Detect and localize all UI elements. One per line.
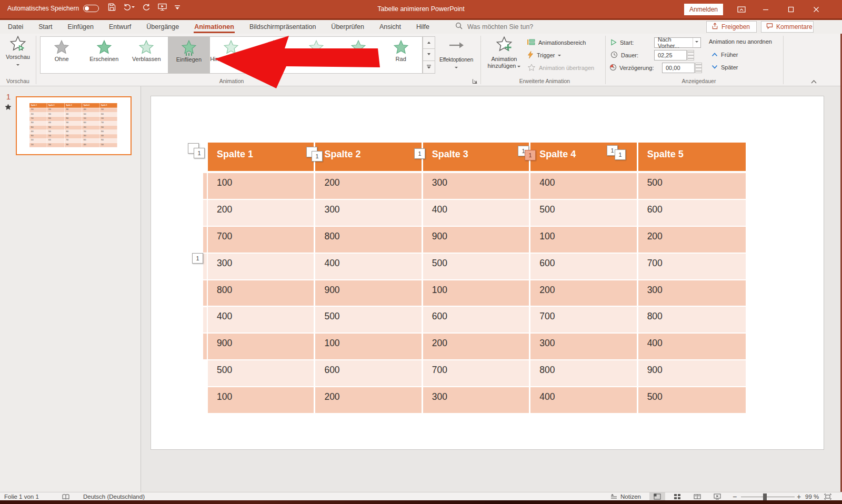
table-cell[interactable]: 900 — [29, 134, 47, 138]
table-cell[interactable]: 800 — [99, 130, 117, 134]
animation-indicator-star-icon[interactable] — [5, 103, 12, 113]
table-cell[interactable]: 500 — [29, 139, 47, 143]
effect-options-button[interactable]: Effektoptionen — [437, 37, 475, 72]
table-header-cell[interactable]: Spalte 3 — [423, 143, 529, 171]
language-indicator[interactable]: Deutsch (Deutschland) — [83, 493, 145, 500]
table-cell[interactable]: 500 — [47, 130, 64, 134]
animation-order-badge[interactable]: 1 — [414, 148, 425, 159]
table-cell[interactable]: 200 — [315, 387, 421, 413]
tell-me-search[interactable]: Was möchten Sie tun? — [455, 22, 533, 32]
comments-button[interactable]: Kommentare — [761, 21, 814, 33]
preview-button[interactable]: Vorschau — [3, 35, 33, 75]
table-cell[interactable]: 400 — [82, 143, 99, 147]
table-cell[interactable]: 700 — [208, 227, 314, 253]
table-cell[interactable]: 300 — [99, 126, 117, 130]
table-cell[interactable]: 800 — [638, 307, 746, 332]
animation-wischen[interactable]: Wischen — [295, 37, 337, 73]
animation-hineinschweben[interactable]: Hineinschweben — [210, 37, 253, 73]
tab-bildschirmpraesentation[interactable]: Bildschirmpräsentation — [249, 21, 316, 33]
table-header-cell[interactable]: Spalte 3 — [65, 103, 82, 108]
table-cell[interactable]: 800 — [315, 227, 421, 253]
table-cell[interactable]: 400 — [82, 108, 99, 112]
table-cell[interactable]: 600 — [99, 113, 117, 117]
table-header-cell[interactable]: Spalte 1 — [208, 143, 314, 171]
add-animation-button[interactable]: Animation hinzufügen — [483, 36, 525, 69]
table-cell[interactable]: 500 — [82, 113, 99, 117]
table-cell[interactable]: 900 — [315, 280, 421, 306]
table-cell[interactable]: 400 — [530, 173, 636, 199]
animation-verblassen[interactable]: Verblassen — [125, 37, 168, 73]
table-header-cell[interactable]: Spalte 2 — [315, 143, 421, 171]
tab-entwurf[interactable]: Entwurf — [108, 21, 132, 33]
table-cell[interactable]: 100 — [82, 117, 99, 121]
table-cell[interactable]: 200 — [208, 200, 314, 226]
table-cell[interactable]: 200 — [65, 134, 82, 138]
table-cell[interactable]: 400 — [423, 200, 529, 226]
collapse-ribbon-button[interactable] — [810, 77, 817, 86]
notes-button[interactable]: Notizen — [610, 493, 641, 500]
table-cell[interactable]: 800 — [530, 360, 636, 386]
table-cell[interactable]: 600 — [65, 130, 82, 134]
table-cell[interactable]: 900 — [638, 360, 746, 386]
table-header-cell[interactable]: Spalte 2 — [47, 103, 64, 108]
tab-datei[interactable]: Datei — [7, 21, 24, 33]
table-cell[interactable]: 200 — [638, 227, 746, 253]
table-cell[interactable]: 100 — [65, 126, 82, 130]
table-cell[interactable]: 600 — [423, 307, 529, 332]
table-cell[interactable]: 400 — [65, 113, 82, 117]
table-cell[interactable]: 700 — [99, 121, 117, 125]
table-cell[interactable]: 500 — [315, 307, 421, 332]
table-cell[interactable]: 100 — [208, 173, 314, 199]
table-cell[interactable]: 900 — [208, 334, 314, 359]
table-cell[interactable]: 900 — [65, 117, 82, 121]
table-cell[interactable]: 300 — [82, 134, 99, 138]
fit-slide-to-window-button[interactable] — [821, 492, 835, 501]
move-later-button[interactable]: Später — [711, 63, 738, 72]
table-cell[interactable]: 200 — [99, 117, 117, 121]
table-cell[interactable]: 100 — [208, 387, 314, 413]
table-cell[interactable]: 300 — [29, 121, 47, 125]
duration-stepper[interactable] — [687, 50, 694, 61]
table-cell[interactable]: 100 — [29, 108, 47, 112]
table-cell[interactable]: 400 — [530, 387, 636, 413]
maximize-button[interactable] — [782, 0, 800, 18]
slide-1-thumbnail[interactable]: Spalte 1Spalte 2Spalte 3Spalte 4Spalte 5… — [16, 96, 132, 155]
duration-input[interactable]: 02,25 — [654, 50, 687, 61]
table-header-cell[interactable]: Spalte 4 — [82, 103, 99, 108]
table-cell[interactable]: 400 — [638, 334, 746, 359]
move-earlier-button[interactable]: Früher — [711, 51, 738, 59]
animation-order-badge[interactable]: 1 — [192, 253, 203, 264]
slide-sorter-view-button[interactable] — [669, 492, 685, 501]
table-cell[interactable]: 900 — [99, 139, 117, 143]
animation-einfliegen[interactable]: Einfliegen — [168, 37, 210, 73]
table-cell[interactable]: 300 — [315, 200, 421, 226]
spellcheck-icon[interactable] — [62, 493, 69, 500]
animation-ohne[interactable]: Ohne — [41, 37, 83, 73]
table-cell[interactable]: 200 — [47, 143, 64, 147]
normal-view-button[interactable] — [649, 492, 665, 501]
slideshow-view-button[interactable] — [709, 492, 725, 501]
table-cell[interactable]: 300 — [65, 108, 82, 112]
table-cell[interactable]: 500 — [99, 143, 117, 147]
zoom-in-button[interactable]: + — [797, 493, 801, 500]
table-cell[interactable]: 400 — [47, 121, 64, 125]
animation-order-badge[interactable]: 1 — [312, 151, 323, 162]
gallery-scroll-up-button[interactable] — [423, 36, 435, 49]
tab-ansicht[interactable]: Ansicht — [379, 21, 402, 33]
table-cell[interactable]: 100 — [530, 227, 636, 253]
table-cell[interactable]: 100 — [423, 280, 529, 306]
table-cell[interactable]: 500 — [638, 173, 746, 199]
trigger-button[interactable]: Trigger — [527, 51, 561, 60]
table-cell[interactable]: 200 — [315, 173, 421, 199]
table-cell[interactable]: 300 — [423, 173, 529, 199]
table-header-cell[interactable]: Spalte 5 — [638, 143, 746, 171]
table-header-cell[interactable]: Spalte 5 — [99, 103, 117, 108]
table-cell[interactable]: 600 — [47, 139, 64, 143]
animation-order-badge[interactable]: 1 — [194, 148, 205, 158]
table-cell[interactable]: 500 — [65, 121, 82, 125]
table-cell[interactable]: 500 — [99, 108, 117, 112]
table-cell[interactable]: 800 — [29, 126, 47, 130]
table-cell[interactable]: 100 — [315, 334, 421, 359]
animation-order-badge[interactable]: 1 — [615, 149, 626, 160]
close-button[interactable] — [807, 0, 825, 18]
